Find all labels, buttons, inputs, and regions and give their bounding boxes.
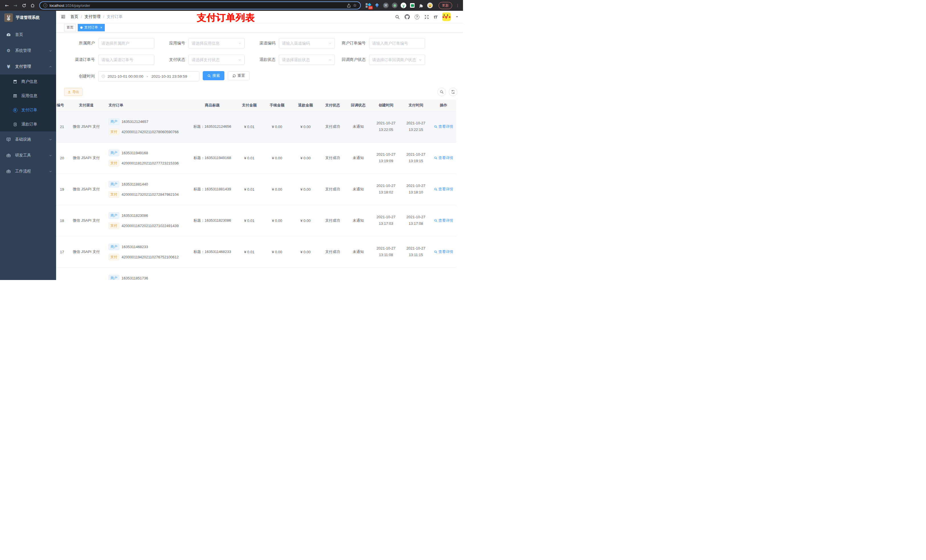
table-row: 17 微信 JSAPI 支付 商户 1635311468233 支付 42000… [56, 236, 456, 267]
toggle-search-button[interactable] [437, 88, 446, 96]
bookmark-star-icon[interactable]: ☆ [353, 3, 357, 8]
github-icon[interactable] [405, 14, 410, 20]
refund-amount: ¥ 0.00 [291, 174, 320, 205]
recorder-extension-icon[interactable] [392, 3, 398, 8]
close-icon[interactable]: × [100, 26, 102, 30]
create-time-range-picker[interactable]: 2021-10-01 00:00:00 - 2021-10-31 23:59:5… [98, 71, 199, 82]
breadcrumb-payment[interactable]: 支付管理 [85, 14, 100, 20]
merchant-order-no: 1635311468233 [122, 245, 148, 249]
app-select[interactable] [189, 38, 245, 48]
kite-extension-icon[interactable] [374, 3, 380, 8]
pay-status: 支付成功 [320, 142, 345, 174]
channel-pay-no: 4200001174202110278060590766 [122, 130, 179, 134]
chrome-update-button[interactable]: 更新 [439, 2, 452, 9]
reload-icon[interactable] [21, 2, 27, 9]
emoji-extension-icon[interactable] [427, 3, 433, 8]
collapse-sidebar-icon[interactable] [61, 15, 66, 19]
back-icon[interactable]: ← [3, 2, 10, 9]
pay-order-icon: ¥ [12, 108, 18, 112]
browser-chrome: ← → i localhost:1024/pay/order ☆ 10 ⌘ y … [0, 0, 463, 11]
home-icon[interactable] [29, 2, 36, 9]
pay-order-cell: 商户 1635312124657 支付 42000011742021102780… [103, 111, 189, 142]
menu-dots-icon[interactable]: ⋮ [455, 3, 460, 8]
pay-time: 2021-10-2713:22:15 [401, 111, 431, 142]
chevron-down-icon [49, 49, 52, 52]
sidebar-item-system[interactable]: ⚙ 系统管理 [0, 43, 56, 59]
merchant-select[interactable] [98, 38, 154, 48]
view-detail-link[interactable]: 查看详情 [434, 155, 453, 160]
pay-order-cell: 商户 1635311881440 支付 42000011732021102728… [103, 174, 189, 205]
search-button[interactable]: 搜索 [203, 71, 224, 80]
search-icon[interactable] [395, 15, 400, 20]
create-time: 2021-10-2713:22:05 [371, 111, 401, 142]
notify-status-select[interactable] [369, 54, 425, 65]
merchant-select-input[interactable] [101, 41, 151, 45]
fullscreen-icon[interactable] [424, 15, 429, 20]
notify-status-input[interactable] [372, 57, 417, 62]
view-detail-link[interactable]: 查看详情 [434, 218, 453, 223]
command-extension-icon[interactable]: ⌘ [383, 3, 389, 8]
font-size-icon[interactable]: tT [434, 15, 437, 20]
chevron-down-icon [238, 42, 242, 45]
notify-status: 未通知 [345, 205, 371, 236]
merchant-order-no-field[interactable] [369, 38, 425, 48]
export-button[interactable]: 导出 [64, 88, 83, 96]
fee-amount: ¥ 0.00 [263, 205, 291, 236]
channel-code-input[interactable] [282, 41, 327, 45]
table-row: 21 微信 JSAPI 支付 商户 1635312124657 支付 42000… [56, 111, 456, 142]
pay-status-input[interactable] [192, 57, 236, 62]
orders-table: 编号 支付渠道 支付订单 商品标题 支付金额 手续金额 退款金额 支付状态 回调… [56, 100, 456, 280]
app-select-input[interactable] [192, 41, 236, 45]
share-icon[interactable] [347, 3, 351, 8]
refund-status-input[interactable] [282, 57, 327, 62]
channel-code-select[interactable] [279, 38, 335, 48]
create-time [371, 267, 401, 280]
extensions-puzzle-icon[interactable] [418, 3, 424, 8]
fee-amount: ¥ 0.00 [263, 236, 291, 267]
channel-order-no-field[interactable] [98, 54, 154, 65]
sidebar-item-infrastructure[interactable]: 基础设施 [0, 131, 56, 147]
reset-button[interactable]: 重置 [228, 71, 250, 80]
channel-order-no-input[interactable] [101, 57, 151, 62]
site-info-icon[interactable]: i [43, 3, 47, 8]
refund-status-select[interactable] [279, 54, 335, 65]
sidebar-item-home[interactable]: 首页 [0, 27, 56, 43]
chat-extension-icon[interactable] [410, 3, 415, 8]
sidebar-item-workflow[interactable]: 工作流程 [0, 163, 56, 179]
channel-pay-no: 4200001181202110277723215336 [122, 161, 179, 165]
view-detail-link[interactable]: 查看详情 [434, 249, 453, 254]
extension-badge-icon[interactable]: 10 [365, 3, 371, 8]
page-annotation-title: 支付订单列表 [197, 11, 255, 24]
fee-amount [263, 267, 291, 280]
sidebar-item-dev-tools[interactable]: 研发工具 [0, 147, 56, 163]
sidebar-item-refund-order[interactable]: 退款订单 [0, 117, 56, 131]
y-extension-icon[interactable]: y [401, 3, 406, 8]
sidebar-item-merchant-info[interactable]: 商户信息 [0, 74, 56, 89]
pay-channel [69, 267, 103, 280]
merchant-order-no-input[interactable] [372, 41, 422, 45]
view-detail-link[interactable]: 查看详情 [434, 124, 453, 129]
table-row: 20 微信 JSAPI 支付 商户 1635311949168 支付 42000… [56, 142, 456, 174]
caret-down-icon[interactable] [455, 15, 458, 18]
orders-table-wrapper[interactable]: 编号 支付渠道 支付订单 商品标题 支付金额 手续金额 退款金额 支付状态 回调… [56, 100, 463, 280]
sidebar-item-label: 商户信息 [21, 79, 37, 84]
sidebar-item-label: 支付管理 [15, 64, 31, 69]
merchant-order-no: 1635311823086 [122, 213, 148, 218]
breadcrumb-home[interactable]: 首页 [70, 14, 78, 20]
tab-pay-order[interactable]: 支付订单 × [78, 24, 105, 31]
tab-home[interactable]: 首页 [64, 24, 76, 31]
refresh-button[interactable] [449, 88, 457, 96]
sidebar-item-app-info[interactable]: 应用信息 [0, 89, 56, 103]
pay-status-select[interactable] [189, 54, 245, 65]
view-detail-link[interactable]: 查看详情 [434, 187, 453, 192]
sidebar-item-payment[interactable]: ¥ 支付管理 [0, 59, 56, 74]
address-bar[interactable]: i localhost:1024/pay/order ☆ [39, 2, 361, 9]
sidebar-item-pay-order[interactable]: ¥ 支付订单 [0, 103, 56, 117]
filter-form: 所属商户 应用编号 渠道编码 [64, 38, 463, 82]
action-cell: 查看详情 [431, 111, 456, 142]
field-label: 应用编号 [154, 41, 189, 46]
forward-icon[interactable]: → [12, 2, 19, 9]
sidebar-item-label: 应用信息 [21, 93, 37, 98]
question-icon[interactable]: ? [415, 15, 419, 20]
avatar[interactable] [442, 12, 451, 21]
